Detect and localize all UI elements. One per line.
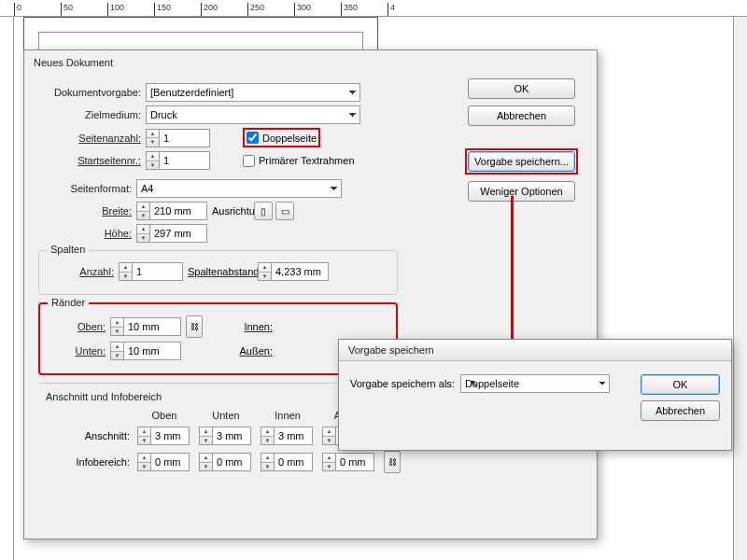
gutter-label: Spaltenabstand: — [188, 266, 253, 277]
save-as-label: Vorgabe speichern als: — [350, 378, 455, 389]
spinner-icon[interactable]: ▲▼ — [258, 262, 271, 281]
colcount-label: Anzahl: — [49, 266, 114, 277]
spinner-icon[interactable]: ▲▼ — [136, 224, 149, 243]
fewer-options-button[interactable]: Weniger Optionen — [468, 181, 575, 202]
spinner-icon[interactable]: ▲▼ — [146, 151, 159, 170]
width-label: Breite: — [38, 205, 132, 217]
margin-inside-label: Innen: — [207, 321, 273, 332]
primary-frame-checkbox[interactable]: Primärer Textrahmen — [243, 155, 355, 167]
slug-top-field[interactable]: ▲▼ — [137, 453, 191, 471]
pagesize-label: Seitenformat: — [38, 183, 132, 194]
margin-outside-label: Außen: — [207, 345, 273, 357]
width-field[interactable]: ▲▼ — [136, 202, 207, 220]
save-ok-button[interactable]: OK — [641, 374, 720, 395]
ok-button[interactable]: OK — [468, 78, 575, 99]
spinner-icon[interactable]: ▲▼ — [119, 262, 132, 281]
vertical-ruler — [0, 17, 14, 560]
preset-label: Dokumentvorgabe: — [38, 87, 141, 98]
pages-label: Seitenanzahl: — [38, 133, 141, 144]
orientation-portrait-icon[interactable]: ▯ — [254, 202, 273, 220]
bleed-inside-field[interactable]: ▲▼ — [261, 427, 315, 445]
slug-outside-field[interactable]: ▲▼ — [322, 453, 376, 471]
margin-bottom-field[interactable]: ▲▼ — [110, 342, 181, 360]
cursor-icon: ↖ — [470, 377, 479, 390]
dialog-title: Neues Dokument — [24, 50, 597, 75]
save-preset-dialog: Vorgabe speichern Vorgabe speichern als:… — [338, 339, 732, 451]
intent-label: Zielmedium: — [38, 109, 141, 120]
facing-pages-highlight: Doppelseite — [243, 128, 320, 147]
gutter-field[interactable]: ▲▼ — [258, 262, 329, 281]
spinner-icon[interactable]: ▲▼ — [110, 342, 123, 360]
panels-strip[interactable] — [733, 17, 747, 560]
facing-pages-checkbox[interactable]: Doppelseite — [247, 132, 317, 144]
bleed-top-field[interactable]: ▲▼ — [137, 427, 191, 445]
spinner-icon[interactable]: ▲▼ — [136, 202, 149, 220]
save-dialog-title: Vorgabe speichern — [339, 340, 731, 361]
spinner-icon[interactable]: ▲▼ — [146, 129, 159, 147]
intent-select[interactable]: Druck — [146, 105, 360, 124]
cancel-button[interactable]: Abbrechen — [468, 105, 575, 126]
startpage-field[interactable]: ▲▼ — [146, 151, 210, 170]
orientation-landscape-icon[interactable]: ▭ — [275, 202, 294, 220]
save-preset-button[interactable]: Vorgabe speichern... — [468, 151, 575, 172]
margin-bottom-label: Unten: — [49, 345, 106, 357]
margin-top-field[interactable]: ▲▼ — [110, 317, 181, 336]
colcount-field[interactable]: ▲▼ — [119, 262, 183, 281]
orientation-label: Ausrichtung: — [212, 205, 249, 217]
save-cancel-button[interactable]: Abbrechen — [641, 400, 720, 421]
link-margins-icon[interactable]: ⛓ — [186, 315, 203, 338]
slug-bottom-field[interactable]: ▲▼ — [199, 453, 253, 471]
slug-label: Infobereich: — [46, 456, 130, 468]
spinner-icon[interactable]: ▲▼ — [110, 317, 123, 336]
slug-inside-field[interactable]: ▲▼ — [261, 453, 315, 471]
pages-field[interactable]: ▲▼ — [146, 129, 210, 147]
bleed-label: Anschnitt: — [46, 430, 130, 441]
startpage-label: Startseitennr.: — [38, 155, 141, 166]
horizontal-ruler: 0 50 100 150 200 250 300 350 4 — [0, 0, 747, 17]
height-label: Höhe: — [38, 228, 132, 239]
columns-group: Spalten Anzahl: ▲▼ Spaltenabstand: ▲▼ — [38, 250, 398, 295]
height-field[interactable]: ▲▼ — [136, 224, 207, 243]
link-slug-icon[interactable]: ⛓ — [384, 451, 401, 473]
preset-select[interactable]: [Benutzerdefiniert] — [146, 83, 360, 102]
pagesize-select[interactable]: A4 — [136, 179, 342, 198]
save-as-select[interactable]: Doppelseite — [460, 374, 610, 393]
margin-top-label: Oben: — [49, 321, 106, 332]
dialog-buttons: OK Abbrechen Vorgabe speichern... Wenige… — [465, 78, 578, 202]
bleed-bottom-field[interactable]: ▲▼ — [199, 427, 253, 445]
save-preset-highlight: Vorgabe speichern... — [465, 148, 578, 175]
new-document-dialog: Neues Dokument Dokumentvorgabe: [Benutze… — [23, 49, 598, 539]
